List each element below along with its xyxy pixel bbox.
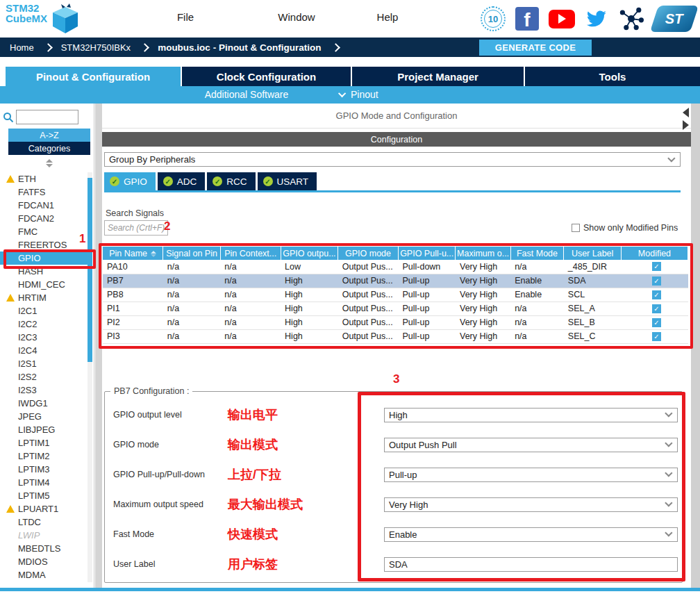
sort-arrows-icon[interactable]: [151, 251, 156, 257]
column-header-user-label[interactable]: User Label: [564, 247, 622, 260]
sidebar-search-input[interactable]: [16, 110, 78, 124]
sidebar-item-i2s1[interactable]: I2S1: [0, 357, 88, 370]
sidebar-item-fdcan2[interactable]: FDCAN2: [0, 212, 88, 225]
sidebar-item-hash[interactable]: HASH: [0, 265, 88, 278]
sidebar-item-fdcan1[interactable]: FDCAN1: [0, 199, 88, 212]
column-header-gpio-pull-u-[interactable]: GPIO Pull-u...: [398, 247, 456, 260]
sidebar-item-jpeg[interactable]: JPEG: [0, 410, 88, 423]
context-tab-adc[interactable]: ✓ADC: [158, 172, 206, 190]
facebook-icon[interactable]: f: [515, 7, 539, 31]
signal-search-input[interactable]: [104, 220, 168, 236]
modified-checkbox-icon[interactable]: ✓: [652, 318, 661, 327]
sidebar-item-i2c3[interactable]: I2C3: [0, 331, 88, 344]
sidebar-item-hdmi_cec[interactable]: HDMI_CEC: [0, 278, 88, 291]
pinout-menu-button[interactable]: Pinout: [340, 89, 378, 100]
sidebar-item-hrtim[interactable]: HRTIM: [0, 291, 88, 304]
tab-tools[interactable]: Tools: [524, 67, 700, 86]
youtube-icon[interactable]: [549, 10, 575, 28]
field-dropdown[interactable]: Output Push Pull: [384, 438, 678, 452]
group-by-dropdown[interactable]: Group By Peripherals: [104, 152, 681, 167]
show-modified-pins-checkbox[interactable]: Show only Modified Pins: [572, 223, 678, 233]
sort-updown-icon[interactable]: [46, 159, 53, 167]
checkbox-icon[interactable]: [572, 224, 580, 232]
field-dropdown[interactable]: Enable: [384, 527, 678, 542]
warning-icon: [6, 175, 15, 183]
sidebar-item-lptim4[interactable]: LPTIM4: [0, 476, 88, 489]
field-dropdown[interactable]: Very High: [384, 497, 678, 512]
breadcrumb-mcu[interactable]: STM32H750IBKx: [61, 42, 131, 53]
sidebar-item-lptim1[interactable]: LPTIM1: [0, 436, 88, 449]
column-header-maximum-o-[interactable]: Maximum o...: [456, 247, 510, 260]
sidebar-item-i2s2[interactable]: I2S2: [0, 370, 88, 383]
tab-pinout-configuration[interactable]: Pinout & Configuration: [6, 67, 181, 86]
sidebar-item-lptim5[interactable]: LPTIM5: [0, 489, 88, 502]
collapse-left-arrow-icon[interactable]: [683, 108, 689, 117]
sidebar-item-fmc[interactable]: FMC: [0, 225, 88, 238]
context-tab-rcc[interactable]: ✓RCC: [207, 172, 255, 190]
table-row[interactable]: PB8n/an/aHighOutput Pus...Pull-upVery Hi…: [103, 288, 688, 302]
sidebar-item-i2s3[interactable]: I2S3: [0, 383, 88, 397]
collapse-right-arrow-icon[interactable]: [683, 120, 689, 130]
modified-checkbox-icon[interactable]: ✓: [652, 332, 661, 341]
sidebar-item-label: I2S3: [18, 385, 37, 395]
table-row[interactable]: PB7n/an/aHighOutput Pus...Pull-upVery Hi…: [103, 274, 688, 288]
sidebar-item-mdma[interactable]: MDMA: [0, 568, 88, 581]
generate-code-button[interactable]: GENERATE CODE: [479, 40, 592, 56]
sidebar-item-lptim2[interactable]: LPTIM2: [0, 449, 88, 463]
sidebar-item-label: IWDG1: [18, 398, 48, 409]
sidebar-item-i2c1[interactable]: I2C1: [0, 304, 88, 317]
table-row[interactable]: PI2n/an/aHighOutput Pus...Pull-upVery Hi…: [103, 315, 688, 329]
sidebar-scrollbar[interactable]: [88, 172, 92, 582]
column-header-fast-mode[interactable]: Fast Mode: [510, 247, 564, 260]
breadcrumb-home[interactable]: Home: [10, 42, 34, 53]
table-row[interactable]: PI1n/an/aHighOutput Pus...Pull-upVery Hi…: [103, 302, 688, 315]
sidebar-item-eth[interactable]: ETH: [0, 172, 88, 185]
modified-checkbox-icon[interactable]: ✓: [652, 277, 661, 286]
st-logo-icon[interactable]: ST: [650, 6, 699, 32]
column-header-pin-context-[interactable]: Pin Context...: [220, 247, 281, 260]
column-header-modified[interactable]: Modified: [621, 247, 688, 260]
menu-help[interactable]: Help: [377, 11, 399, 23]
community-icon[interactable]: [618, 6, 644, 31]
field-dropdown[interactable]: Pull-up: [384, 468, 678, 482]
modified-checkbox-icon[interactable]: ✓: [652, 262, 661, 271]
menu-window[interactable]: Window: [278, 11, 315, 23]
context-tab-gpio[interactable]: ✓GPIO: [104, 172, 156, 190]
sidebar-item-lptim3[interactable]: LPTIM3: [0, 463, 88, 476]
sidebar-item-gpio[interactable]: GPIO: [0, 251, 88, 265]
modified-checkbox-icon[interactable]: ✓: [652, 290, 661, 299]
context-tab-usart[interactable]: ✓USART: [258, 172, 317, 190]
sidebar-item-freertos[interactable]: FREERTOS: [0, 238, 88, 251]
sidebar-item-i2c2[interactable]: I2C2: [0, 317, 88, 331]
table-row[interactable]: PA10n/an/aLowOutput Pus...Pull-downVery …: [103, 260, 688, 274]
modified-checkbox-icon[interactable]: ✓: [652, 304, 661, 313]
sidebar-item-lwip[interactable]: LWIP: [0, 529, 88, 542]
table-cell: High: [281, 315, 338, 329]
column-header-signal-on-pin[interactable]: Signal on Pin: [163, 247, 221, 260]
additional-software-button[interactable]: Additional Software: [188, 89, 306, 100]
sidebar-item-i2c4[interactable]: I2C4: [0, 344, 88, 357]
tab-project-manager[interactable]: Project Manager: [351, 67, 524, 86]
sidebar-item-libjpeg[interactable]: LIBJPEG: [0, 423, 88, 436]
sidebar-item-ltdc[interactable]: LTDC: [0, 515, 88, 529]
sidebar-item-fatfs[interactable]: FATFS: [0, 185, 88, 199]
tab-clock-configuration[interactable]: Clock Configuration: [181, 67, 351, 86]
menu-file[interactable]: File: [177, 11, 194, 23]
table-cell: Enable: [510, 288, 564, 302]
scrollbar-thumb[interactable]: [88, 178, 92, 362]
sidebar-item-iwdg1[interactable]: IWDG1: [0, 397, 88, 410]
categories-button[interactable]: Categories: [8, 142, 90, 155]
twitter-icon[interactable]: [585, 9, 608, 28]
user-label-input[interactable]: [384, 557, 678, 572]
column-header-pin-name[interactable]: Pin Name: [103, 247, 163, 260]
column-header-gpio-outpu-[interactable]: GPIO outpu...: [281, 247, 338, 260]
sidebar-item-mbedtls[interactable]: MBEDTLS: [0, 542, 88, 555]
sort-az-button[interactable]: A->Z: [8, 129, 90, 142]
column-header-gpio-mode[interactable]: GPIO mode: [338, 247, 399, 260]
sidebar-item-label: LPTIM3: [18, 464, 50, 475]
field-dropdown[interactable]: High: [384, 408, 678, 422]
table-row[interactable]: PI3n/an/aHighOutput Pus...Pull-upVery Hi…: [103, 329, 688, 343]
sidebar-item-mdios[interactable]: MDIOS: [0, 555, 88, 568]
sidebar-item-lpuart1[interactable]: LPUART1: [0, 502, 88, 515]
field-label: GPIO output level: [113, 410, 228, 420]
